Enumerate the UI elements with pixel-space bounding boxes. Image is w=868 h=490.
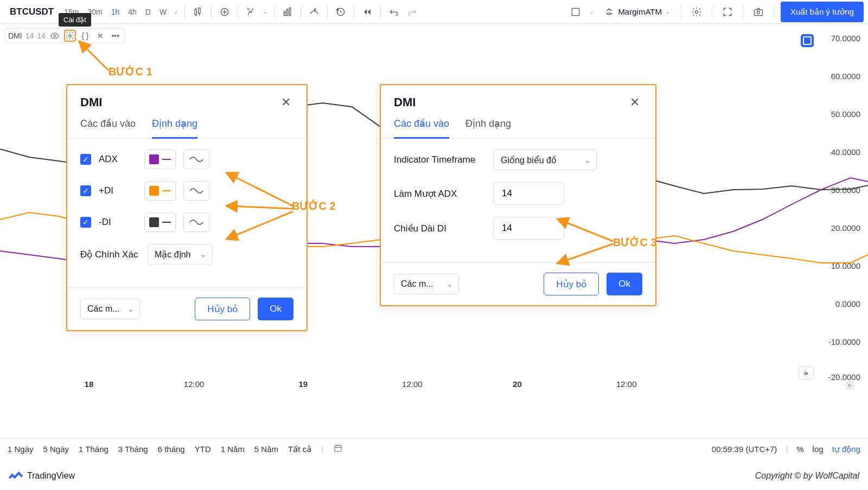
x-axis: 18 12:00 19 12:00 20 12:00 <box>0 379 808 401</box>
svg-text:fx: fx <box>247 7 251 10</box>
indicator-param2: 14 <box>37 31 46 40</box>
rewind-icon[interactable] <box>359 3 376 21</box>
presets-select[interactable]: Các m... <box>80 299 140 319</box>
mdi-color-swatch[interactable] <box>144 212 176 232</box>
layout-more[interactable]: ⌄ <box>588 9 596 15</box>
snapshot-icon[interactable] <box>750 3 767 21</box>
symbol-label[interactable]: BTCUSDT <box>4 7 59 17</box>
cancel-button[interactable]: Hủy bỏ <box>544 273 599 295</box>
replay-icon[interactable] <box>332 3 349 21</box>
tf-4h[interactable]: 4h <box>124 5 141 18</box>
svg-point-12 <box>314 9 316 10</box>
dialog-title: DMI <box>394 95 416 109</box>
tf-w[interactable]: W <box>156 5 170 18</box>
indicator-name: DMI <box>8 31 22 40</box>
adx-checkbox[interactable]: ✓ <box>80 154 91 165</box>
adx-smooth-input[interactable] <box>494 182 564 205</box>
top-toolbar: BTCUSDT 15m 30m 1h 4h D W ⌄ fx ⌄ ⌄ Margi… <box>0 0 868 24</box>
range-1y[interactable]: 1 Năm <box>221 444 245 454</box>
alert-icon[interactable] <box>305 3 323 21</box>
tf-more[interactable]: ⌄ <box>171 9 180 15</box>
close-indicator-icon[interactable]: ✕ <box>94 30 106 42</box>
account-button[interactable]: MargimATM ⌄ <box>599 4 674 20</box>
step3-label: BƯỚC 3 <box>613 236 657 249</box>
step1-label: BƯỚC 1 <box>108 65 152 78</box>
range-1d[interactable]: 1 Ngày <box>8 444 34 454</box>
mdi-checkbox[interactable]: ✓ <box>80 217 91 228</box>
visibility-icon[interactable] <box>49 30 61 42</box>
publish-button[interactable]: Xuất bản ý tưởng <box>781 2 864 22</box>
di-len-input[interactable] <box>494 217 564 240</box>
tab-inputs[interactable]: Các đầu vào <box>80 118 136 138</box>
pdi-line-style[interactable] <box>183 181 209 201</box>
close-icon[interactable]: ✕ <box>278 95 293 110</box>
ok-button[interactable]: Ok <box>258 298 293 320</box>
candles-icon[interactable] <box>189 3 207 21</box>
layout-icon[interactable] <box>567 3 584 21</box>
copyright: Copyright © by WolfCapital <box>755 471 859 481</box>
range-6m[interactable]: 6 tháng <box>158 444 185 454</box>
indicators-more[interactable]: ⌄ <box>261 9 270 15</box>
range-3m[interactable]: 3 Tháng <box>118 444 148 454</box>
tf-1h[interactable]: 1h <box>107 5 124 18</box>
range-1m[interactable]: 1 Tháng <box>79 444 108 454</box>
fullscreen-icon[interactable] <box>719 3 736 21</box>
svg-rect-11 <box>290 8 291 15</box>
indicator-legend: DMI 14 14 { } ✕ ••• <box>4 28 125 43</box>
adx-label: ADX <box>99 154 137 165</box>
dmi-inputs-dialog: DMI ✕ Các đầu vào Định dạng Indicator Ti… <box>380 84 656 306</box>
templates-icon[interactable] <box>279 3 296 21</box>
tf-select[interactable]: Giống biểu đồ <box>494 150 597 170</box>
ok-button[interactable]: Ok <box>607 273 642 295</box>
tab-style[interactable]: Định dạng <box>152 118 197 139</box>
source-code-icon[interactable]: { } <box>79 30 91 42</box>
tradingview-logo-icon <box>9 471 23 481</box>
adx-smooth-label: Làm Mượt ADX <box>394 188 486 199</box>
range-5d[interactable]: 5 Ngày <box>43 444 69 454</box>
settings-icon[interactable] <box>688 3 705 21</box>
compare-icon[interactable] <box>216 3 233 21</box>
svg-point-15 <box>695 10 698 13</box>
di-len-label: Chiều Dài DI <box>394 223 486 234</box>
svg-rect-14 <box>572 8 579 15</box>
range-5y[interactable]: 5 Năm <box>254 444 278 454</box>
svg-point-19 <box>69 35 72 37</box>
tf-d[interactable]: D <box>142 5 155 18</box>
svg-rect-21 <box>335 446 341 452</box>
range-ytd[interactable]: YTD <box>195 444 211 454</box>
step2-label: BƯỚC 2 <box>292 199 336 212</box>
xaxis-settings-icon[interactable] <box>845 381 854 392</box>
scale-log[interactable]: log <box>813 444 824 454</box>
account-label: MargimATM <box>618 7 662 16</box>
indicators-icon[interactable]: fx <box>242 3 260 21</box>
adx-line-style[interactable] <box>183 150 209 169</box>
svg-rect-16 <box>754 9 762 15</box>
undo-icon[interactable] <box>385 3 403 21</box>
more-icon[interactable]: ••• <box>110 30 122 42</box>
mdi-line-style[interactable] <box>183 212 209 232</box>
tooltip: Cài đặt <box>59 13 91 27</box>
goto-date-icon[interactable] <box>333 443 343 455</box>
svg-point-18 <box>54 35 56 37</box>
range-all[interactable]: Tất cả <box>288 444 311 454</box>
dmi-style-dialog: DMI ✕ Các đầu vào Định dạng ✓ ADX ✓ +DI … <box>66 84 308 331</box>
adx-color-swatch[interactable] <box>144 150 176 169</box>
indicator-settings-icon[interactable] <box>64 30 76 42</box>
tab-style[interactable]: Định dạng <box>465 118 511 138</box>
svg-point-17 <box>757 11 760 14</box>
cancel-button[interactable]: Hủy bỏ <box>195 298 250 320</box>
close-icon[interactable]: ✕ <box>627 95 642 110</box>
tab-inputs[interactable]: Các đầu vào <box>394 118 449 139</box>
svg-rect-0 <box>195 9 196 15</box>
presets-select[interactable]: Các m... <box>394 274 459 294</box>
pdi-color-swatch[interactable] <box>144 181 176 201</box>
svg-rect-9 <box>284 11 286 15</box>
scale-pct[interactable]: % <box>796 444 803 454</box>
scale-auto[interactable]: tự động <box>832 444 860 454</box>
dialog-title: DMI <box>80 95 102 109</box>
redo-icon[interactable] <box>404 3 421 21</box>
range-bar: 1 Ngày 5 Ngày 1 Tháng 3 Tháng 6 tháng YT… <box>0 438 868 460</box>
clock[interactable]: 00:59:39 (UTC+7) <box>712 444 777 454</box>
pdi-checkbox[interactable]: ✓ <box>80 185 91 196</box>
precision-select[interactable]: Mặc định <box>148 244 213 265</box>
